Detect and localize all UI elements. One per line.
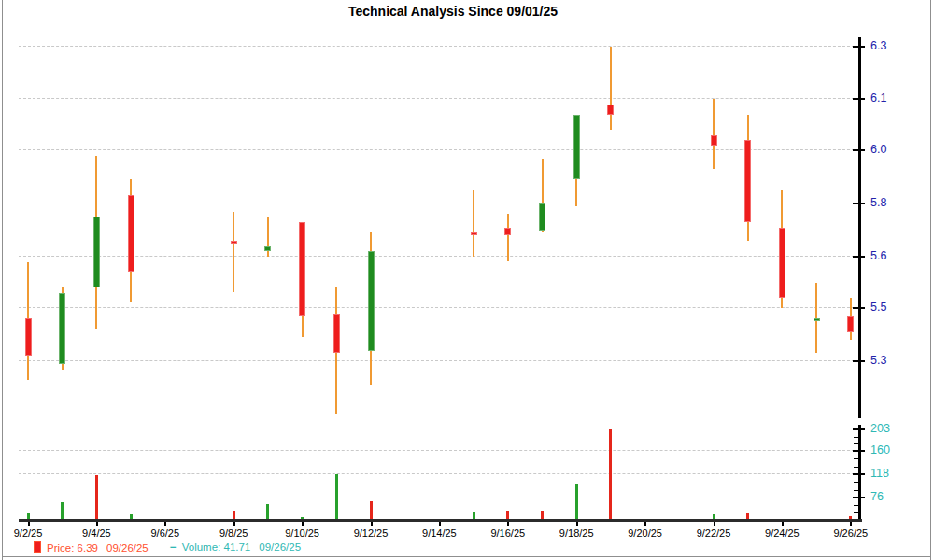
x-axis-tick-label: 9/22/25 (697, 527, 731, 539)
volume-gridline (19, 473, 859, 474)
candle-body (264, 246, 271, 252)
candlestick-icon (34, 541, 41, 553)
volume-bar (61, 502, 64, 520)
volume-axis-tick-label: 160 (870, 443, 890, 456)
volume-bar (370, 501, 373, 520)
candle-wick (713, 99, 715, 169)
x-axis-tick-label: 9/8/25 (219, 527, 248, 539)
candle-wick (610, 47, 612, 130)
price-gridline (19, 307, 859, 308)
candle-body (779, 228, 785, 298)
candle-body (471, 232, 477, 235)
x-axis-tick-label: 9/24/25 (765, 527, 800, 539)
x-axis-tick-label: 9/18/25 (559, 527, 594, 539)
candle-body (128, 195, 134, 272)
price-gridline (19, 98, 859, 99)
price-gridline (19, 46, 859, 47)
candle-wick (233, 212, 234, 293)
volume-gridline (19, 497, 859, 497)
price-axis-tick-label: 6.0 (870, 143, 886, 156)
x-axis-tick-label: 9/20/25 (628, 527, 662, 539)
x-axis-tick-label: 9/6/25 (151, 527, 180, 539)
candle-body (59, 293, 65, 364)
x-axis-tick-label: 9/16/25 (490, 527, 525, 539)
volume-bar (575, 484, 578, 520)
price-axis-tick-label: 6.3 (870, 39, 886, 52)
candle-body (814, 318, 820, 321)
legend-price-value: 6.39 (78, 542, 98, 553)
legend-price-item: Price: 6.3909/26/25 (34, 541, 149, 553)
price-axis-tick-label: 6.1 (870, 91, 886, 105)
volume-axis-tick-label: 118 (870, 467, 889, 480)
price-gridline (19, 203, 859, 203)
candle-body (573, 115, 580, 180)
volume-axis-spine (858, 425, 861, 521)
price-axis-tick-label: 5.8 (870, 196, 886, 209)
legend-volume-value: 41.71 (223, 541, 250, 553)
x-axis-line (19, 519, 862, 522)
candle-wick (473, 190, 474, 257)
candle-body (504, 228, 511, 236)
x-axis-tick-label: 9/10/25 (285, 527, 319, 539)
legend-volume-label: Volume: (182, 541, 221, 553)
legend-volume-date: 09/26/25 (259, 541, 301, 553)
volume-gridline (19, 450, 859, 451)
chart-canvas: 6.36.16.05.85.65.55.3203160118769/2/259/… (0, 0, 934, 560)
x-axis-tick-label: 9/4/25 (82, 527, 111, 539)
price-gridline (19, 256, 859, 257)
candle-body (539, 203, 545, 231)
price-axis-spine (858, 37, 861, 418)
candle-body (231, 241, 237, 244)
chart-window: { "title": "Technical Analysis Since 09/… (0, 0, 934, 560)
volume-bar (335, 474, 338, 520)
candle-body (607, 105, 614, 115)
price-axis-tick-label: 5.6 (870, 249, 886, 262)
volume-axis-tick-label: 76 (870, 490, 884, 503)
legend-volume-item: −Volume: 41.7109/26/25 (170, 541, 301, 553)
volume-bar (266, 504, 269, 520)
candle-wick (507, 214, 509, 261)
candle-body (333, 314, 340, 354)
candle-body (299, 222, 305, 316)
x-axis-tick-label: 9/14/25 (422, 527, 457, 539)
price-axis-tick-label: 5.5 (870, 301, 886, 314)
legend: Price: 6.3909/26/25 −Volume: 41.7109/26/… (0, 541, 934, 556)
legend-price-label: Price: (47, 542, 74, 553)
volume-bar (95, 475, 98, 520)
price-gridline (19, 149, 859, 150)
volume-axis-tick-label: 203 (870, 422, 890, 435)
price-axis-tick-label: 5.3 (870, 354, 886, 367)
volume-line-icon: − (170, 541, 177, 553)
candle-body (711, 135, 717, 146)
candle-body (25, 318, 32, 356)
legend-price-date: 09/26/25 (106, 542, 149, 553)
x-axis-tick-label: 9/12/25 (354, 527, 389, 539)
volume-bar (609, 429, 612, 520)
candle-body (744, 140, 751, 222)
price-gridline (19, 360, 859, 361)
candle-body (847, 316, 854, 332)
x-axis-tick-label: 9/2/25 (14, 527, 43, 539)
x-axis-tick-label: 9/26/25 (833, 527, 868, 539)
candle-body (368, 251, 375, 350)
candle-body (93, 217, 100, 287)
